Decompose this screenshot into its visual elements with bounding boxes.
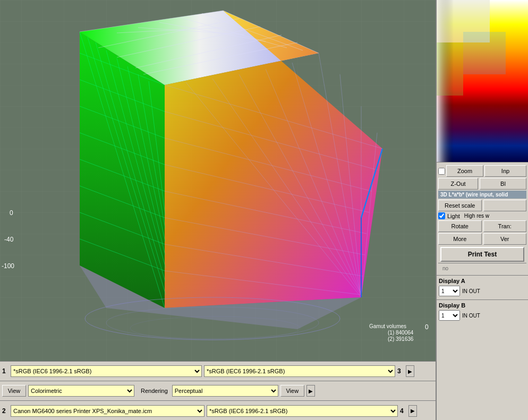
svg-text:Gamut volumes: Gamut volumes bbox=[369, 323, 406, 329]
colorimetric-select[interactable]: Colorimetric bbox=[28, 385, 134, 397]
right-panel: Zoom Inp Z-Out Bl 3D L*a*b* (wire input,… bbox=[436, 0, 528, 420]
profile-select-2[interactable]: *sRGB (IEC6 1996-2.1 sRGB) bbox=[204, 365, 395, 377]
row-num-3: 3 bbox=[397, 367, 404, 375]
display-a-section: Display A 1 IN OUT bbox=[437, 275, 528, 299]
row-num-4: 4 bbox=[400, 407, 406, 415]
display-a-row: 1 IN OUT bbox=[439, 286, 526, 296]
3d-viewport[interactable]: 0 -40 -100 0 Gamut volumes (1) 840064 (2… bbox=[0, 0, 436, 420]
ver-button[interactable]: Ver bbox=[483, 233, 527, 245]
zoom-button[interactable]: Zoom bbox=[446, 165, 483, 177]
row-num-1: 1 bbox=[2, 367, 8, 375]
display-a-select[interactable]: 1 bbox=[439, 286, 460, 296]
extra-btn-1[interactable] bbox=[483, 200, 527, 211]
more-button[interactable]: More bbox=[438, 233, 482, 245]
scroll-right-3[interactable]: ▶ bbox=[408, 405, 417, 417]
section-label: 3D L*a*b* (wire input, solid bbox=[438, 191, 526, 199]
gamut-vol-1: (1) 840064 bbox=[388, 330, 414, 336]
view-row: View Colorimetric Rendering Perceptual V… bbox=[0, 381, 436, 401]
bl-button[interactable]: Bl bbox=[480, 178, 526, 190]
display-b-row: 1 IN OUT bbox=[439, 310, 526, 321]
profile-select-3[interactable]: Canon MG6400 series Printer XPS_Konika_m… bbox=[11, 405, 205, 417]
zoom-row: Zoom Inp bbox=[438, 165, 526, 177]
more-row: More Ver bbox=[438, 233, 526, 245]
svg-text:-100: -100 bbox=[2, 262, 14, 270]
svg-text:-40: -40 bbox=[4, 236, 14, 243]
high-res-label: High res w bbox=[464, 213, 489, 219]
profile-select-4[interactable]: *sRGB (IEC6 1996-2.1 sRGB) bbox=[207, 405, 398, 417]
svg-rect-66 bbox=[463, 32, 506, 74]
rendering-label: Rendering bbox=[141, 388, 168, 394]
profile-row-1: 1 *sRGB (IEC6 1996-2.1 sRGB) *sRGB (IEC6… bbox=[0, 362, 436, 381]
gamut-vol-2: (2) 391636 bbox=[388, 336, 414, 342]
light-row: Light High res w bbox=[438, 212, 526, 219]
svg-rect-65 bbox=[437, 42, 463, 96]
display-a-in-out: IN OUT bbox=[462, 288, 480, 294]
rendering-select[interactable]: Perceptual bbox=[172, 385, 278, 397]
color-gradient-display bbox=[437, 0, 528, 162]
reset-scale-button[interactable]: Reset scale bbox=[438, 200, 482, 211]
zout-row: Z-Out Bl bbox=[438, 178, 526, 190]
rotate-button[interactable]: Rotate bbox=[438, 220, 482, 232]
view-button-1[interactable]: View bbox=[2, 385, 26, 397]
reset-row: Reset scale bbox=[438, 200, 526, 211]
profile-select-1[interactable]: *sRGB (IEC6 1996-2.1 sRGB) bbox=[11, 365, 202, 377]
rotate-row: Rotate Tran: bbox=[438, 220, 526, 232]
3d-scene: 0 -40 -100 0 Gamut volumes (1) 840064 (2… bbox=[0, 0, 436, 361]
inp-button[interactable]: Inp bbox=[484, 165, 526, 177]
bottom-bar: 1 *sRGB (IEC6 1996-2.1 sRGB) *sRGB (IEC6… bbox=[0, 361, 436, 420]
trans-button[interactable]: Tran: bbox=[483, 220, 527, 232]
print-test-button[interactable]: Print Test bbox=[440, 247, 524, 262]
display-b-label: Display B bbox=[439, 302, 526, 308]
row-num-2: 2 bbox=[2, 407, 8, 415]
scroll-right-2[interactable]: ▶ bbox=[306, 385, 315, 397]
display-b-in-out: IN OUT bbox=[462, 313, 480, 319]
gradient-svg bbox=[437, 0, 528, 162]
scroll-right-1[interactable]: ▶ bbox=[406, 365, 414, 377]
view-button-2[interactable]: View bbox=[280, 385, 304, 397]
profile-row-2: 2 Canon MG6400 series Printer XPS_Konika… bbox=[0, 401, 436, 420]
status-bar: no bbox=[438, 263, 526, 273]
display-b-select[interactable]: 1 bbox=[439, 310, 460, 321]
gamut-svg: 0 -40 -100 0 Gamut volumes (1) 840064 (2… bbox=[0, 0, 436, 361]
light-label: Light bbox=[447, 213, 460, 219]
light-checkbox[interactable] bbox=[438, 212, 445, 219]
svg-text:0: 0 bbox=[425, 323, 429, 331]
display-a-label: Display A bbox=[439, 278, 526, 284]
svg-text:0: 0 bbox=[10, 209, 13, 217]
controls-section: Zoom Inp Z-Out Bl 3D L*a*b* (wire input,… bbox=[437, 162, 528, 275]
zout-button[interactable]: Z-Out bbox=[438, 178, 478, 190]
display-b-section: Display B 1 IN OUT bbox=[437, 299, 528, 324]
no-status: no bbox=[440, 264, 450, 272]
zoom-checkbox[interactable] bbox=[438, 168, 445, 175]
